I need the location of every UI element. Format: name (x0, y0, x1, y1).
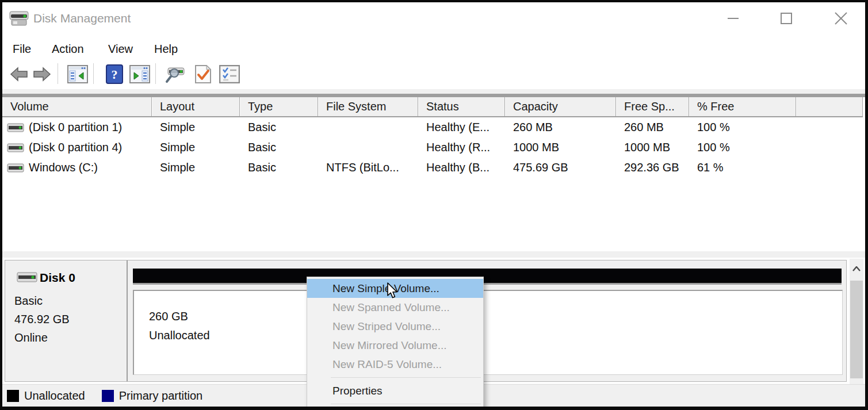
column-header-free-space[interactable]: Free Sp... (616, 97, 689, 116)
toolbar-separator (58, 63, 58, 84)
scrollbar-thumb[interactable] (850, 281, 863, 378)
maximize-button[interactable] (774, 6, 799, 31)
column-header-capacity[interactable]: Capacity (505, 97, 616, 116)
menu-view[interactable]: View (108, 39, 133, 59)
rescan-disks-icon (165, 64, 186, 84)
pane-splitter[interactable] (2, 251, 865, 258)
show-console-tree-icon (67, 65, 88, 83)
back-icon (10, 67, 28, 82)
volume-icon (7, 122, 24, 133)
menu-action[interactable]: Action (52, 39, 84, 59)
table-row[interactable]: Windows (C:) Simple Basic NTFS (BitLo...… (2, 158, 863, 178)
back-button[interactable] (8, 63, 30, 85)
disk-type: Basic (14, 292, 43, 310)
window-content: Disk Management File Action View Help (2, 2, 865, 407)
menu-separator (331, 404, 481, 404)
close-icon (833, 11, 848, 26)
column-header-status[interactable]: Status (418, 97, 505, 116)
unallocated-partition-block[interactable]: 260 GB Unallocated (133, 290, 843, 375)
column-header-type[interactable]: Type (240, 97, 318, 116)
window-title: Disk Management (33, 12, 131, 25)
unallocated-swatch (7, 390, 19, 402)
volume-pct-free: 100 % (689, 137, 796, 158)
show-action-pane-icon (129, 65, 150, 83)
unallocated-color-bar[interactable] (133, 269, 842, 285)
table-row[interactable]: (Disk 0 partition 1) Simple Basic Health… (2, 117, 863, 137)
volume-file-system (318, 117, 418, 137)
menu-item-new-striped-volume: New Striped Volume... (307, 317, 483, 336)
menu-file[interactable]: File (13, 39, 31, 59)
volume-icon (7, 143, 24, 153)
volume-status: Healthy (E... (418, 117, 505, 137)
volume-name: (Disk 0 partition 1) (29, 117, 122, 137)
column-header-volume[interactable]: Volume (2, 97, 152, 116)
legend-label-primary-partition: Primary partition (119, 389, 203, 403)
properties-list-icon (219, 65, 240, 83)
volume-pct-free: 100 % (689, 117, 796, 137)
volume-file-system (318, 137, 418, 158)
volume-pct-free: 61 % (689, 158, 796, 178)
menu-separator (331, 377, 481, 378)
toolbar: ? (2, 60, 865, 89)
volume-capacity: 475.69 GB (505, 158, 616, 178)
help-button[interactable]: ? (104, 63, 125, 85)
volume-type: Basic (240, 158, 318, 178)
chevron-up-icon (852, 266, 861, 271)
volume-status: Healthy (R... (418, 137, 505, 158)
partition-label: Unallocated (149, 326, 842, 345)
volume-capacity: 1000 MB (505, 137, 616, 158)
menu-item-new-simple-volume[interactable]: New Simple Volume... (307, 279, 483, 298)
disk-icon (17, 271, 37, 285)
forward-icon (33, 67, 51, 82)
menu-item-new-mirrored-volume: New Mirrored Volume... (307, 336, 483, 355)
disk-management-app-icon (8, 8, 30, 29)
rescan-disks-button[interactable] (165, 63, 186, 85)
column-header-pct-free[interactable]: % Free (689, 97, 796, 116)
context-menu: New Simple Volume... New Spanned Volume.… (307, 277, 484, 407)
help-icon: ? (106, 64, 123, 84)
toolbar-lower-strip (2, 89, 865, 94)
close-button[interactable] (828, 6, 854, 31)
column-header-layout[interactable]: Layout (152, 97, 240, 116)
volume-status: Healthy (B... (418, 158, 505, 178)
menu-item-properties[interactable]: Properties (307, 381, 483, 400)
column-header-blank (796, 97, 863, 116)
column-header-file-system[interactable]: File System (318, 97, 418, 116)
show-console-tree-button[interactable] (67, 63, 89, 85)
menu-bar: File Action View Help (2, 38, 865, 60)
table-row[interactable]: (Disk 0 partition 4) Simple Basic Health… (2, 137, 863, 158)
title-bar: Disk Management (2, 2, 865, 38)
volume-type: Basic (240, 117, 318, 137)
volume-capacity: 260 MB (505, 117, 616, 137)
volume-free-space: 1000 MB (616, 137, 689, 158)
properties-list-button[interactable] (219, 63, 240, 85)
volume-name: (Disk 0 partition 4) (29, 137, 122, 158)
menu-item-new-raid5-volume: New RAID-5 Volume... (307, 355, 483, 374)
partition-size: 260 GB (149, 307, 842, 326)
volume-list-header: Volume Layout Type File System Status Ca… (2, 97, 863, 117)
volume-free-space: 260 MB (616, 117, 689, 137)
toolbar-separator (155, 63, 156, 84)
disk-name: Disk 0 (40, 269, 75, 287)
scroll-up-button[interactable] (850, 262, 863, 275)
toolbar-separator (93, 63, 94, 84)
disk-capacity: 476.92 GB (14, 310, 70, 328)
volume-icon (7, 163, 24, 173)
disk-management-window: Disk Management File Action View Help (0, 0, 868, 410)
volume-list: Volume Layout Type File System Status Ca… (2, 97, 863, 251)
volume-layout: Simple (152, 137, 240, 158)
volume-file-system: NTFS (BitLo... (318, 158, 418, 178)
maximize-icon (779, 12, 793, 25)
disk-0-header[interactable]: Disk 0 Basic 476.92 GB Online (5, 260, 128, 381)
forward-button[interactable] (31, 63, 53, 85)
check-document-icon (194, 64, 212, 84)
vertical-scrollbar[interactable] (850, 259, 863, 384)
check-document-button[interactable] (192, 63, 214, 85)
minimize-button[interactable] (721, 6, 746, 31)
disk-status: Online (14, 328, 48, 347)
legend-label-unallocated: Unallocated (24, 389, 85, 403)
primary-partition-swatch (102, 390, 114, 402)
svg-text:?: ? (112, 67, 118, 82)
menu-help[interactable]: Help (154, 39, 178, 59)
show-action-pane-button[interactable] (129, 63, 151, 85)
